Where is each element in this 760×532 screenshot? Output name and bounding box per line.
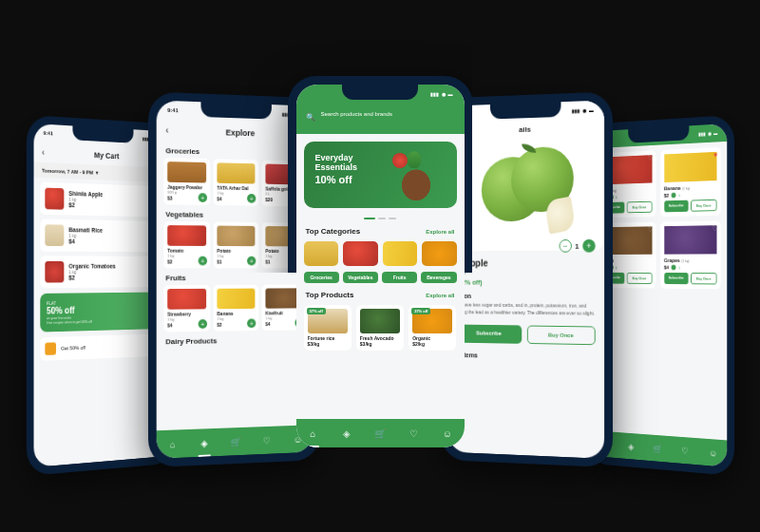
heart-icon[interactable]: ♡: [647, 154, 653, 162]
stock-value: 1: [615, 195, 617, 200]
heart-icon[interactable]: ♡: [712, 224, 717, 233]
product-price: $3/kg: [308, 341, 348, 347]
battery-icon: ▬: [588, 107, 593, 113]
product-card[interactable]: 37% off Organic $2/kg: [408, 305, 456, 351]
cart-item[interactable]: Basmati Rice 1 kg $4 −: [40, 218, 162, 252]
hero-banner[interactable]: Everyday Essentials 10% off: [304, 142, 457, 208]
product-tile[interactable]: Potato1 kg$1+: [213, 222, 257, 269]
signal-icon: ▮▮▮: [698, 131, 705, 137]
list-item[interactable]: ♡ Grapes (1 kg) $41 SubscribeBuy Once: [659, 220, 720, 289]
stock-value: 1: [615, 265, 617, 270]
category-tile[interactable]: [304, 241, 339, 266]
product-tile[interactable]: Tomato1 kg$2+: [163, 221, 210, 268]
product-image: [167, 225, 206, 246]
product-tile[interactable]: TATA Arhar Dal1 kg$4+: [213, 159, 257, 205]
home-icon[interactable]: ⌂: [306, 427, 319, 440]
product-tile[interactable]: Jaggery Powder500 g$3+: [163, 158, 210, 205]
tile-price: $2: [217, 322, 221, 328]
category-chip[interactable]: Vegetables: [343, 272, 378, 283]
slot-text: Tomorrow, 7 AM - 9 PM: [41, 167, 92, 175]
back-icon[interactable]: ‹: [41, 147, 44, 158]
cart-icon[interactable]: 🛒: [229, 435, 241, 448]
category-chip[interactable]: Beverages: [421, 272, 456, 283]
buy-once-button[interactable]: Buy Once: [626, 273, 651, 284]
product-price: $2/kg: [412, 341, 452, 347]
buy-once-button[interactable]: Buy Once: [690, 200, 716, 212]
battery-icon: ▬: [713, 130, 717, 136]
search-input[interactable]: Search products and brands: [321, 109, 392, 124]
buy-once-button[interactable]: Buy Once: [690, 273, 716, 284]
tile-price: $2: [167, 259, 172, 265]
explore-all-link[interactable]: Explore all: [426, 293, 454, 298]
product-image: [217, 289, 255, 310]
search-placeholder: Search products and brands: [321, 111, 392, 117]
tile-price: $1: [217, 259, 221, 265]
buy-once-button[interactable]: Buy Once: [526, 326, 595, 346]
heart-icon[interactable]: ♡: [647, 225, 653, 233]
product-unit: (1 kg): [682, 186, 690, 191]
product-tile[interactable]: Banana1 kg$2+: [213, 285, 257, 332]
product-card[interactable]: 37% off Fortune rice $3/kg: [304, 305, 352, 351]
user-icon[interactable]: ☺: [441, 427, 454, 440]
subscribe-button[interactable]: Subscribe: [663, 273, 687, 284]
description-heading: ption: [456, 293, 595, 300]
add-icon[interactable]: +: [198, 256, 206, 266]
subscribe-button[interactable]: Subscribe: [663, 200, 687, 213]
heart-icon[interactable]: ♡: [260, 433, 273, 446]
category-tile[interactable]: [343, 241, 378, 266]
tile-sub: 500 g: [167, 190, 206, 196]
tile-price: $1: [265, 259, 270, 265]
add-icon[interactable]: +: [247, 194, 256, 203]
product-tile[interactable]: Strawberry1 kg$4+: [163, 285, 210, 332]
add-icon[interactable]: +: [247, 318, 256, 328]
add-icon[interactable]: +: [247, 256, 256, 266]
explore-all-link[interactable]: Explore all: [426, 229, 454, 235]
wifi-icon: ◉: [442, 91, 446, 97]
explore-icon[interactable]: ◈: [340, 427, 353, 440]
chevron-down-icon: ▾: [96, 169, 98, 176]
back-icon[interactable]: ‹: [165, 125, 168, 136]
list-item[interactable]: ♥ Banana (1 kg) $21 SubscribeBuy Once: [659, 147, 720, 217]
status-time: 9:41: [167, 107, 179, 113]
product-card[interactable]: Fresh Avocado $3/kg: [356, 305, 404, 351]
buy-once-button[interactable]: Buy Once: [626, 201, 651, 214]
heart-icon[interactable]: ♥: [713, 151, 717, 160]
heart-icon[interactable]: ♡: [679, 444, 690, 457]
explore-title: Explore: [174, 125, 304, 139]
category-chip[interactable]: Fruits: [382, 272, 417, 283]
status-time: 9:41: [43, 130, 52, 136]
cart-item[interactable]: Shimla Apple 1 kg $2 −: [40, 182, 162, 218]
category-chip[interactable]: Groceries: [304, 272, 339, 283]
user-icon[interactable]: ☺: [707, 446, 718, 459]
explore-icon[interactable]: ◈: [198, 436, 210, 449]
category-tile[interactable]: [422, 241, 457, 266]
wifi-icon: ◉: [708, 131, 711, 137]
description-text: es have less sugar and carbs, and in, pr…: [456, 302, 595, 317]
coupon-text: Get 50% off: [61, 345, 86, 351]
cart-item[interactable]: Organic Tomatoes 1 kg $2 −: [40, 256, 162, 288]
product-name: Banana: [663, 185, 680, 191]
cart-icon[interactable]: 🛒: [373, 427, 387, 440]
product-image: [360, 309, 400, 333]
category-tile[interactable]: [383, 241, 418, 266]
tile-price: $4: [217, 196, 221, 201]
add-icon[interactable]: +: [198, 193, 206, 202]
explore-icon[interactable]: ◈: [626, 440, 636, 453]
product-image: [167, 289, 206, 310]
search-icon[interactable]: 🔍: [306, 113, 315, 122]
wifi-icon: ◉: [582, 107, 586, 113]
tile-price: $4: [167, 322, 172, 328]
coupon-row[interactable]: Get 50% off: [40, 333, 162, 360]
product-image: [45, 188, 64, 210]
categories-heading: Top Categories: [306, 227, 361, 236]
tab-bar: ⌂ ◈ 🛒 ♡ ☺: [296, 419, 465, 447]
detail-name: n Apple: [456, 258, 595, 269]
home-icon[interactable]: ⌂: [165, 437, 178, 450]
discount-badge: 37% off: [411, 308, 430, 314]
product-price: $4: [663, 265, 668, 271]
promo-banner[interactable]: FLAT 50% off on your first order Use cou…: [40, 292, 162, 332]
cart-icon[interactable]: 🛒: [652, 442, 662, 455]
heart-icon[interactable]: ♡: [407, 427, 420, 440]
detail-title: ails: [519, 125, 530, 134]
add-icon[interactable]: +: [198, 319, 206, 329]
